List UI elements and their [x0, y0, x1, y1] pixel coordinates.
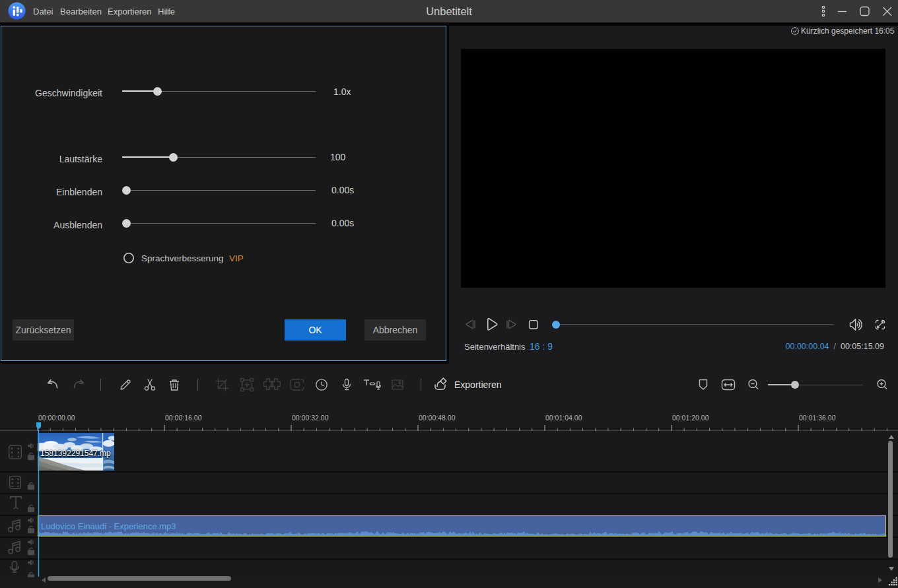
svg-text:00:00:48.00: 00:00:48.00 — [419, 414, 456, 422]
svg-text:00:00:32.00: 00:00:32.00 — [292, 414, 329, 422]
svg-text:00:01:04.00: 00:01:04.00 — [545, 414, 582, 422]
svg-text:00:01:20.00: 00:01:20.00 — [672, 414, 709, 422]
svg-text:00:00:00.00: 00:00:00.00 — [38, 414, 75, 422]
svg-text:00:01:36.00: 00:01:36.00 — [799, 414, 836, 422]
svg-text:00:00:16.00: 00:00:16.00 — [165, 414, 202, 422]
